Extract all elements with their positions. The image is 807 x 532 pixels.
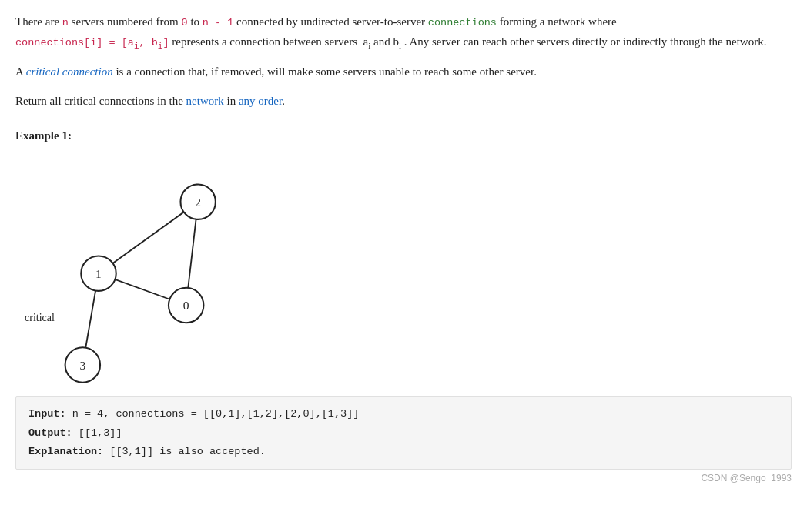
var-n: n [62,17,69,28]
output-line: Output: [[1,3]] [28,424,779,443]
paragraph-2: A critical connection is a connection th… [15,62,792,82]
critical-connection-term: critical connection [26,65,113,78]
node-1-label: 1 [95,267,102,280]
explanation-value: [[3,1]] is also accepted. [103,446,266,457]
edge-1-2 [99,202,198,273]
critical-label: critical [25,312,55,324]
var-zero: 0 [182,17,188,28]
node-3-label: 3 [79,359,85,372]
network-link: network [186,95,224,107]
csdn-watermark: CSDN @Sengo_1993 [15,473,792,483]
io-box: Input: n = 4, connections = [[0,1],[1,2]… [15,396,792,470]
explanation-line: Explanation: [[3,1]] is also accepted. [28,443,779,461]
connections-i-code: connections[i] = [ai, bi] [15,37,169,49]
var-n-minus-1: n - 1 [203,17,234,28]
graph-diagram: 2 1 0 3 critical [23,150,270,389]
problem-statement: There are n servers numbered from 0 to n… [15,12,792,483]
graph-svg: 2 1 0 3 [23,150,270,389]
input-label: Input: [28,408,66,420]
output-value: [[1,3]] [72,427,122,439]
connections-code: connections [428,17,497,28]
paragraph-1: There are n servers numbered from 0 to n… [15,12,792,53]
example-1-title: Example 1: [15,129,792,142]
any-order-link: any order [239,95,282,107]
input-value: n = 4, connections = [[0,1],[1,2],[2,0],… [66,408,360,420]
explanation-label: Explanation: [28,446,103,457]
input-line: Input: n = 4, connections = [[0,1],[1,2]… [28,405,779,423]
paragraph-3: Return all critical connections in the n… [15,92,792,112]
node-0-label: 0 [183,299,189,312]
node-2-label: 2 [195,196,201,209]
output-label: Output: [28,427,72,439]
